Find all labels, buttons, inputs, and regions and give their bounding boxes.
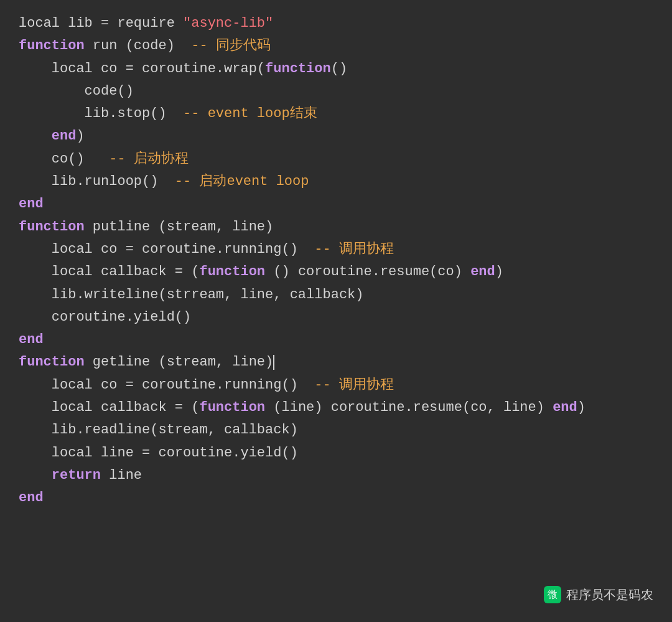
- code-token-comment: -- 调用协程: [314, 377, 394, 393]
- code-token-plain: co(): [19, 151, 109, 167]
- code-token-plain: (line) coroutine.resume(co, line): [265, 400, 553, 415]
- code-block: local lib = require "async-lib"function …: [19, 12, 653, 510]
- code-line: lib.writeline(strream, line, callback): [19, 284, 653, 306]
- code-token-kw: end: [553, 400, 577, 415]
- code-line: local line = coroutine.yield(): [19, 442, 653, 464]
- text-cursor: [273, 355, 274, 370]
- code-token-plain: run (code): [85, 38, 192, 54]
- code-token-plain: local lib = require: [19, 16, 183, 31]
- code-token-plain: local callback = (: [19, 400, 199, 415]
- code-line: local co = coroutine.running() -- 调用协程: [19, 238, 653, 261]
- code-token-plain: ): [577, 400, 586, 415]
- code-token-kw: function: [19, 219, 85, 235]
- code-token-plain: lib.stop(): [19, 106, 183, 121]
- code-line: lib.readline(stream, callback): [19, 419, 653, 441]
- code-token-plain: coroutine.yield(): [19, 309, 191, 325]
- code-token-plain: local callback = (: [19, 264, 199, 280]
- code-token-plain: getline (stream, line): [85, 354, 274, 370]
- code-token-plain: [19, 128, 52, 144]
- wechat-icon: 微: [544, 586, 561, 603]
- code-token-kw: return: [19, 468, 101, 483]
- code-token-comment: -- 启动协程: [109, 151, 189, 167]
- code-token-kw: end: [19, 196, 44, 212]
- code-token-kw: function: [199, 400, 265, 415]
- code-line: end): [19, 125, 653, 148]
- code-line: local callback = (function () coroutine.…: [19, 261, 653, 283]
- code-line: code(): [19, 80, 653, 103]
- code-token-comment: -- 启动event loop: [175, 174, 309, 189]
- watermark-text: 程序员不是码农: [566, 587, 653, 603]
- code-token-plain: ): [76, 128, 84, 144]
- code-token-plain: (): [331, 61, 347, 77]
- code-token-kw: end: [19, 332, 44, 347]
- code-line: end: [19, 193, 653, 215]
- code-line: end: [19, 329, 653, 351]
- code-token-plain: code(): [19, 83, 134, 99]
- code-token-kw: end: [19, 490, 44, 506]
- code-token-comment: -- 调用协程: [314, 242, 394, 257]
- code-token-plain: () coroutine.resume(co): [265, 264, 470, 280]
- code-token-plain: lib.readline(stream, callback): [19, 422, 298, 438]
- code-token-plain: local line = coroutine.yield(): [19, 445, 298, 461]
- code-token-plain: ): [495, 264, 503, 280]
- watermark: 微 程序员不是码农: [544, 586, 653, 603]
- code-line: end: [19, 487, 653, 509]
- code-token-kw: function: [199, 264, 265, 280]
- code-token-kw: end: [470, 264, 495, 280]
- code-token-plain: line: [101, 468, 142, 483]
- code-token-kw: function: [19, 38, 85, 54]
- code-line: return line: [19, 464, 653, 487]
- code-token-comment: -- event loop结束: [183, 106, 317, 121]
- code-line: local callback = (function (line) corout…: [19, 397, 653, 419]
- code-token-plain: local co = coroutine.running(): [19, 242, 314, 257]
- code-line: function run (code) -- 同步代码: [19, 35, 653, 57]
- code-line: function putline (stream, line): [19, 216, 653, 238]
- code-line: lib.stop() -- event loop结束: [19, 103, 653, 125]
- code-token-str: "async-lib": [183, 16, 273, 31]
- code-line: local co = coroutine.running() -- 调用协程: [19, 374, 653, 397]
- code-token-plain: putline (stream, line): [85, 219, 274, 235]
- code-token-plain: lib.runloop(): [19, 174, 175, 189]
- code-token-plain: lib.writeline(strream, line, callback): [19, 287, 364, 303]
- code-token-kw: function: [265, 61, 331, 77]
- code-line: local co = coroutine.wrap(function(): [19, 58, 653, 80]
- code-token-kw: end: [52, 128, 77, 144]
- code-container: local lib = require "async-lib"function …: [0, 0, 672, 622]
- code-line: co() -- 启动协程: [19, 148, 653, 171]
- code-line: lib.runloop() -- 启动event loop: [19, 171, 653, 193]
- code-token-kw: function: [19, 354, 85, 370]
- code-line: function getline (stream, line): [19, 351, 653, 374]
- code-token-plain: local co = coroutine.running(): [19, 377, 314, 393]
- code-line: local lib = require "async-lib": [19, 12, 653, 35]
- code-token-plain: local co = coroutine.wrap(: [19, 61, 265, 77]
- code-line: coroutine.yield(): [19, 306, 653, 329]
- code-token-comment: -- 同步代码: [191, 38, 271, 54]
